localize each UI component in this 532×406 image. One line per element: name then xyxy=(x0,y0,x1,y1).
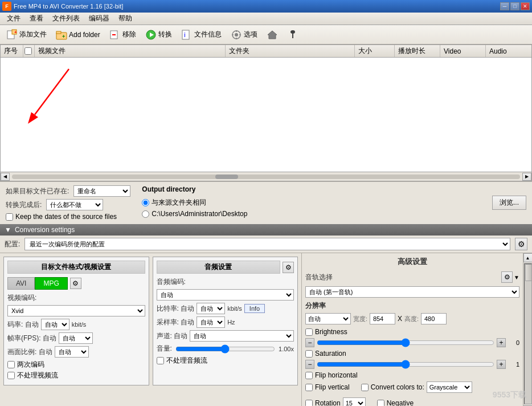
config-gear-icon[interactable]: ⚙ xyxy=(515,238,527,250)
file-info-button[interactable]: i 文件信息 xyxy=(177,27,226,43)
svg-point-13 xyxy=(235,33,238,36)
brightness-slider[interactable] xyxy=(317,339,494,347)
no-audio-label: 不处理音频流 xyxy=(166,356,207,366)
if-exists-select[interactable]: 重命名 xyxy=(73,185,130,197)
col-check[interactable] xyxy=(23,45,35,57)
add-file-button[interactable]: + 添加文件 xyxy=(2,27,51,43)
brightness-checkbox[interactable] xyxy=(305,328,313,336)
flip-h-checkbox[interactable] xyxy=(305,372,313,379)
channel-select[interactable]: 自动 xyxy=(190,330,294,342)
keep-dates-checkbox[interactable] xyxy=(6,213,13,221)
scroll-up-button[interactable]: ▲ xyxy=(523,253,533,262)
saturation-plus-button[interactable]: + xyxy=(497,360,506,369)
tab-mpg[interactable]: MPG xyxy=(35,277,67,290)
audio-gear-icon[interactable]: ⚙ xyxy=(283,262,294,273)
pin-button[interactable] xyxy=(283,27,302,43)
flip-v-checkbox[interactable] xyxy=(305,384,313,391)
aspect-select[interactable]: 自动 xyxy=(55,346,89,358)
video-codec-select[interactable]: Xvid xyxy=(7,305,145,316)
brightness-label: Brightness xyxy=(315,328,347,336)
scrollbar-track[interactable] xyxy=(524,263,532,404)
browse-button[interactable]: 浏览... xyxy=(492,196,526,210)
after-convert-row: 转换完成后: 什么都不做 xyxy=(6,199,130,210)
select-all-checkbox[interactable] xyxy=(24,47,32,55)
hscroll-track[interactable] xyxy=(12,174,520,179)
saturation-label: Saturation xyxy=(315,350,346,358)
menu-bar: 文件 查看 文件列表 编码器 帮助 xyxy=(0,13,532,25)
no-audio-checkbox[interactable] xyxy=(157,357,164,364)
after-convert-select[interactable]: 什么都不做 xyxy=(46,199,103,210)
col-audio: Audio xyxy=(486,45,531,57)
format-tabs: AVI MPG ⚙ xyxy=(7,277,145,290)
format-gear-icon[interactable]: ⚙ xyxy=(70,278,81,289)
rotation-select[interactable]: 15 xyxy=(343,397,366,406)
minimize-button[interactable]: ─ xyxy=(500,2,509,10)
menu-encoder[interactable]: 编码器 xyxy=(84,13,114,25)
tab-avi[interactable]: AVI xyxy=(7,277,35,290)
audio-codec-row: 音频编码: xyxy=(157,277,294,287)
options-button[interactable]: 选项 xyxy=(227,27,261,43)
res-height-label: 高度: xyxy=(404,315,419,323)
saturation-checkbox[interactable] xyxy=(305,350,313,358)
no-video-label: 不处理视频流 xyxy=(17,371,58,380)
flip-h-row: Flip horizontal xyxy=(305,371,519,379)
fps-select[interactable]: 自动 xyxy=(59,332,93,344)
track-gear-icon[interactable]: ⚙ xyxy=(501,271,513,283)
track-dropdown-icon: ▼ xyxy=(514,274,519,281)
menu-filelist[interactable]: 文件列表 xyxy=(48,13,84,25)
audio-bitrate-select[interactable]: 自动 xyxy=(197,303,225,314)
menu-view[interactable]: 查看 xyxy=(25,13,48,25)
menu-help[interactable]: 帮助 xyxy=(114,13,137,25)
color-select[interactable]: Grayscale xyxy=(427,381,472,393)
volume-slider[interactable] xyxy=(175,345,275,353)
output-dir-section: Output directory 与来源文件夹相同 C:\Users\Admin… xyxy=(142,185,481,218)
flip-v-row: Flip vertical xyxy=(305,383,350,391)
info-button[interactable]: Info xyxy=(244,304,265,313)
add-folder-button[interactable]: + Add folder xyxy=(52,27,104,43)
horizontal-scrollbar[interactable]: ◀ ▶ xyxy=(1,172,531,181)
remove-button[interactable]: 移除 xyxy=(105,27,140,43)
res-height-input[interactable] xyxy=(421,313,447,324)
same-as-source-row: 与来源文件夹相同 xyxy=(142,198,481,208)
negative-checkbox[interactable] xyxy=(377,400,384,407)
right-scrollbar[interactable]: ▲ ▼ xyxy=(523,253,532,406)
sample-unit: Hz xyxy=(227,319,235,326)
no-video-checkbox[interactable] xyxy=(7,372,15,379)
track-select[interactable]: 自动 (第一音轨) xyxy=(305,286,519,298)
scroll-right-button[interactable]: ▶ xyxy=(522,173,531,181)
close-button[interactable]: ✕ xyxy=(521,2,530,10)
file-list-body[interactable] xyxy=(1,58,531,172)
saturation-check: Saturation xyxy=(305,350,519,358)
audio-bitrate-unit: kbit/s xyxy=(227,305,242,312)
video-settings-title: 目标文件格式/视频设置 xyxy=(7,261,145,274)
two-pass-label: 两次编码 xyxy=(17,360,44,370)
scroll-left-button[interactable]: ◀ xyxy=(1,173,10,181)
convert-colors-checkbox[interactable] xyxy=(361,384,369,391)
same-as-source-radio[interactable] xyxy=(142,199,149,206)
custom-path-radio[interactable] xyxy=(142,210,149,218)
hscroll-thumb[interactable] xyxy=(215,174,238,179)
menu-file[interactable]: 文件 xyxy=(2,13,25,25)
home-button[interactable] xyxy=(263,27,282,43)
two-pass-checkbox[interactable] xyxy=(7,361,15,368)
rotation-checkbox[interactable] xyxy=(305,400,313,407)
scrollbar-thumb[interactable] xyxy=(525,264,532,281)
config-select[interactable]: 最近一次编码所使用的配置 xyxy=(24,238,510,250)
audio-codec-select-row: 自动 xyxy=(157,289,294,301)
saturation-slider[interactable] xyxy=(317,360,494,368)
bitrate-select[interactable]: 自动 xyxy=(41,319,69,330)
svg-marker-18 xyxy=(268,31,277,39)
sample-select[interactable]: 自动 xyxy=(197,316,225,328)
restore-button[interactable]: □ xyxy=(510,2,519,10)
audio-bitrate-label: 比特率: 自动 xyxy=(157,304,195,314)
convert-button[interactable]: 转换 xyxy=(141,27,176,43)
res-select[interactable]: 自动 xyxy=(305,313,351,324)
toolbar: + 添加文件 + Add folder 移除 转换 i 文件信息 选项 xyxy=(0,25,532,44)
audio-codec-select[interactable]: 自动 xyxy=(157,289,294,301)
saturation-minus-button[interactable]: − xyxy=(305,360,314,369)
brightness-plus-button[interactable]: + xyxy=(497,338,506,347)
brightness-minus-button[interactable]: − xyxy=(305,338,314,347)
res-width-input[interactable] xyxy=(370,313,395,324)
video-codec-select-row: Xvid xyxy=(7,305,145,316)
pin-icon xyxy=(287,29,298,40)
